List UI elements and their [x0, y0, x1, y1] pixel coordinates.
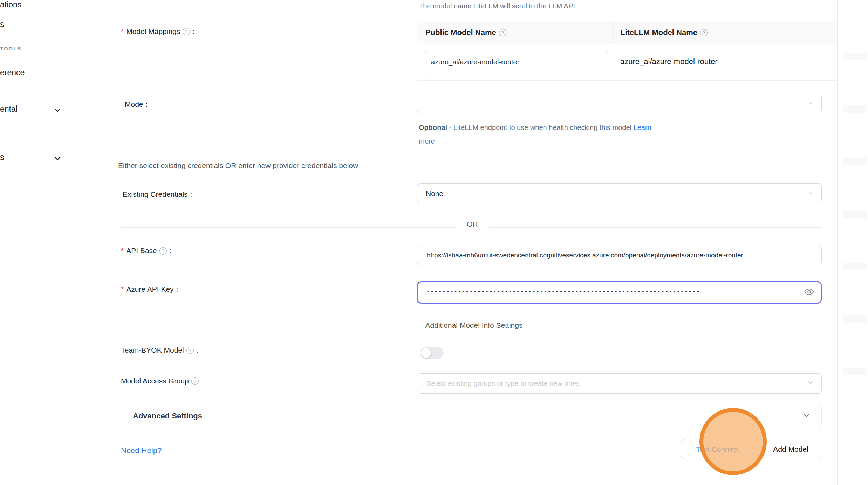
help-icon[interactable]: ? — [700, 29, 708, 36]
background-placeholder — [843, 210, 867, 218]
required-marker: * — [121, 247, 124, 255]
model-access-group-select[interactable]: Select existing groups or type to create… — [417, 373, 822, 394]
litellm-model-name-value: azure_ai/azure-model-router — [620, 57, 718, 66]
azure-api-key-label: * Azure API Key : — [121, 285, 178, 293]
model-mappings-label: * Model Mappings ? : — [121, 27, 194, 36]
chevron-down-icon — [807, 379, 814, 388]
help-icon[interactable]: ? — [159, 247, 167, 255]
required-marker: * — [121, 27, 124, 36]
or-divider-line — [121, 227, 456, 228]
add-model-page: ations s TOOLS erence ental s The model … — [0, 0, 868, 485]
mode-helper-bold: Optional — [419, 124, 447, 131]
azure-api-key-input[interactable]: ••••••••••••••••••••••••••••••••••••••••… — [417, 281, 822, 304]
azure-api-key-masked-value: ••••••••••••••••••••••••••••••••••••••••… — [418, 288, 792, 295]
chevron-down-icon[interactable] — [53, 154, 62, 162]
mode-select[interactable] — [417, 94, 822, 113]
existing-credentials-label: Existing Credentials : — [123, 190, 192, 199]
model-mappings-table-header: Public Model Name ? LiteLLM Model Name ? — [417, 21, 837, 44]
existing-credentials-value: None — [417, 189, 443, 198]
sidebar-item-clipped-5[interactable]: s — [0, 153, 4, 162]
team-byok-toggle[interactable] — [421, 347, 444, 359]
sidebar-section-tools: TOOLS — [0, 46, 21, 51]
table-column-divider — [613, 21, 614, 44]
api-base-label: * API Base ? : — [121, 247, 171, 255]
or-divider-label: OR — [456, 220, 489, 228]
help-icon[interactable]: ? — [191, 377, 199, 385]
model-access-group-label: Model Access Group ? : — [121, 377, 203, 385]
additional-divider-line — [121, 328, 401, 328]
team-byok-label: Team-BYOK Model ? : — [121, 346, 198, 354]
mode-helper-text: Optional - LiteLLM endpoint to use when … — [419, 121, 666, 148]
background-placeholder — [843, 263, 867, 270]
background-placeholder — [843, 315, 867, 323]
additional-divider-line — [547, 328, 822, 328]
help-icon[interactable]: ? — [183, 28, 190, 35]
table-row-divider — [417, 80, 837, 81]
additional-divider-label: Additional Model Info Settings — [401, 321, 547, 330]
chevron-down-icon[interactable] — [802, 411, 811, 421]
mode-label: Mode : — [125, 100, 148, 109]
existing-credentials-select[interactable]: None — [417, 183, 822, 203]
eye-icon[interactable] — [804, 286, 814, 298]
api-base-value[interactable] — [417, 245, 819, 265]
model-name-hint: The model name LiteLLM will send to the … — [419, 2, 575, 10]
help-icon[interactable]: ? — [186, 347, 194, 354]
advanced-settings-title: Advanced Settings — [133, 411, 202, 421]
api-base-input[interactable] — [417, 245, 822, 265]
click-highlight-circle — [699, 408, 767, 475]
chevron-down-icon[interactable] — [53, 106, 62, 114]
sidebar-item-clipped-2[interactable]: s — [0, 20, 4, 29]
add-model-button[interactable]: Add Model — [759, 439, 822, 459]
litellm-model-name-header: LiteLLM Model Name ? — [620, 28, 708, 37]
toggle-knob — [421, 348, 431, 358]
background-placeholder — [843, 53, 867, 60]
chevron-down-icon — [807, 99, 814, 108]
background-placeholder — [843, 368, 867, 375]
public-model-name-header: Public Model Name ? — [425, 28, 506, 37]
need-help-link[interactable]: Need Help? — [121, 446, 162, 455]
credentials-note: Either select existing credentials OR en… — [118, 161, 358, 170]
background-placeholder — [843, 158, 867, 165]
sidebar-item-clipped-4[interactable]: ental — [0, 104, 18, 114]
background-placeholder — [843, 105, 867, 113]
help-icon[interactable]: ? — [499, 29, 506, 36]
model-access-group-placeholder: Select existing groups or type to create… — [417, 380, 580, 388]
or-divider-line — [489, 227, 822, 228]
sidebar-item-clipped-1[interactable]: ations — [0, 0, 21, 9]
required-marker: * — [121, 285, 124, 293]
chevron-down-icon — [807, 189, 814, 198]
public-model-name-input[interactable] — [425, 51, 608, 73]
public-model-name-value[interactable] — [425, 51, 599, 73]
sidebar-item-clipped-3[interactable]: erence — [0, 68, 25, 77]
